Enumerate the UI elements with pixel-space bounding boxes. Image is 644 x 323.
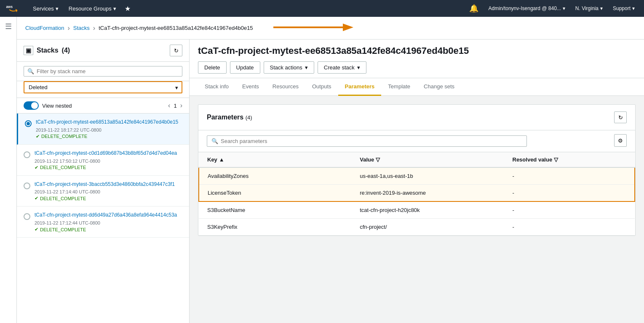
value-column-label: Value: [360, 156, 374, 163]
radio-empty-icon: [24, 151, 30, 158]
services-chevron-icon: ▾: [56, 5, 59, 12]
delete-button[interactable]: Delete: [198, 61, 227, 74]
stacks-collapse-icon[interactable]: ▣: [24, 46, 33, 55]
support-menu[interactable]: Support ▾: [609, 0, 639, 17]
param-key-cell: LicenseToken: [199, 185, 351, 202]
param-value-cell: tcat-cfn-project-h20jc80k: [351, 201, 504, 219]
stack-item-content: tCaT-cfn-project-mytest-ee68513a85a142fe…: [36, 119, 182, 139]
stack-date: 2019-11-22 17:14:40 UTC-0800: [35, 189, 182, 194]
pagination: ‹ 1 ›: [168, 102, 182, 109]
stack-actions-chevron-icon: ▾: [305, 64, 308, 71]
param-value-cell: us-east-1a,us-east-1b: [351, 167, 504, 185]
view-nested-label: View nested: [42, 103, 72, 109]
inner-layout: ▣ Stacks (4) ↻ 🔍: [17, 40, 644, 323]
prev-page-button[interactable]: ‹: [168, 102, 170, 109]
value-sort-icon: ▽: [376, 156, 380, 163]
tab-parameters[interactable]: Parameters: [338, 78, 382, 96]
params-table-row: S3BucketName tcat-cfn-project-h20jc80k -: [199, 201, 635, 219]
refresh-params-icon: ↻: [618, 114, 623, 121]
stack-list-item[interactable]: tCaT-cfn-project-mytest-dd6d49a27d6a436a…: [17, 207, 189, 238]
breadcrumb: CloudFormation › Stacks › tCaT-cfn-proje…: [17, 17, 644, 40]
params-table-body: AvailabilityZones us-east-1a,us-east-1b …: [199, 167, 635, 236]
status-check-icon: ✔: [36, 134, 40, 139]
update-button[interactable]: Update: [230, 61, 260, 74]
params-search-input[interactable]: [221, 138, 522, 144]
sidebar-toggle-button[interactable]: ☰: [0, 17, 17, 323]
stack-status: ✔ DELETE_COMPLETE: [35, 227, 182, 232]
svg-text:aws: aws: [6, 5, 13, 9]
stack-name: tCaT-cfn-project-mytest-c0d1d69b687b43b8…: [35, 150, 182, 157]
stack-list-item[interactable]: tCaT-cfn-project-mytest-3baccb553d3e4860…: [17, 176, 189, 207]
stack-status: ✔ DELETE_COMPLETE: [36, 134, 182, 139]
col-header-value[interactable]: Value ▽: [351, 152, 504, 167]
next-page-button[interactable]: ›: [180, 102, 182, 109]
left-panel-title: ▣ Stacks (4): [24, 46, 70, 55]
search-input-wrapper: 🔍: [24, 66, 182, 77]
params-settings-button[interactable]: ⚙: [614, 134, 627, 147]
view-nested-toggle[interactable]: [24, 101, 39, 110]
create-stack-button[interactable]: Create stack ▾: [318, 61, 366, 74]
nav-right-section: 🔔 Admin/tonynv-Isengard @ 840... ▾ N. Vi…: [465, 0, 639, 17]
param-value-cell: cfn-project/: [351, 219, 504, 236]
tab-template[interactable]: Template: [381, 78, 417, 96]
breadcrumb-cloudformation-link[interactable]: CloudFormation: [25, 25, 64, 31]
status-label: DELETE_COMPLETE: [40, 227, 86, 232]
radio-selected-icon: [25, 120, 32, 127]
refresh-stacks-button[interactable]: ↻: [170, 45, 182, 56]
resource-groups-menu[interactable]: Resource Groups ▾: [64, 0, 121, 17]
stack-name: tCaT-cfn-project-mytest-3baccb553d3e4860…: [35, 181, 182, 188]
key-column-label: Key: [207, 156, 217, 163]
param-resolved-cell: -: [504, 167, 635, 185]
stack-list-item[interactable]: tCaT-cfn-project-mytest-c0d1d69b687b43b8…: [17, 145, 189, 176]
stack-radio: [24, 213, 30, 220]
tab-resources[interactable]: Resources: [266, 78, 305, 96]
param-resolved-cell: -: [504, 201, 635, 219]
params-card-header: Parameters (4) ↻: [198, 105, 635, 130]
param-key-cell: S3KeyPrefix: [199, 219, 351, 236]
hamburger-icon: ☰: [5, 22, 12, 31]
favorites-icon[interactable]: ★: [121, 5, 134, 13]
create-stack-label: Create stack: [324, 64, 355, 71]
params-search-icon: 🔍: [211, 138, 218, 144]
param-key-cell: AvailabilityZones: [199, 167, 351, 185]
breadcrumb-sep-2: ›: [93, 24, 95, 32]
user-menu[interactable]: Admin/tonynv-Isengard @ 840... ▾: [484, 0, 569, 17]
tab-stack-info[interactable]: Stack info: [198, 78, 235, 96]
filter-select[interactable]: Deleted All Active Create complete Updat…: [24, 81, 182, 93]
resource-groups-chevron-icon: ▾: [113, 5, 116, 12]
breadcrumb-current: tCaT-cfn-project-mytest-ee68513a85a142fe…: [99, 25, 253, 31]
app-layout: ☰ CloudFormation › Stacks › tCaT-cfn-pro…: [0, 17, 644, 323]
tab-events[interactable]: Events: [235, 78, 266, 96]
tab-change-sets[interactable]: Change sets: [417, 78, 461, 96]
region-menu[interactable]: N. Virginia ▾: [571, 0, 607, 17]
tabs-bar: Stack infoEventsResourcesOutputsParamete…: [190, 78, 644, 96]
bell-icon[interactable]: 🔔: [465, 4, 483, 13]
params-table: Key ▲ Value ▽: [198, 152, 635, 236]
aws-logo[interactable]: aws: [5, 3, 21, 14]
search-input[interactable]: [37, 68, 179, 74]
params-count: (4): [246, 114, 252, 121]
params-search-wrap: 🔍 ⚙: [198, 130, 635, 152]
right-header: tCaT-cfn-project-mytest-ee68513a85a142fe…: [190, 40, 644, 78]
user-label: Admin/tonynv-Isengard @ 840...: [489, 5, 561, 11]
status-label: DELETE_COMPLETE: [41, 134, 87, 139]
col-header-resolved[interactable]: Resolved value ▽: [504, 152, 635, 167]
stack-item-content: tCaT-cfn-project-mytest-3baccb553d3e4860…: [35, 181, 182, 201]
param-value-cell: re:invent-2019-is-awesome: [351, 185, 504, 202]
stack-radio: [25, 120, 32, 127]
status-check-icon: ✔: [35, 165, 38, 170]
stack-radio: [24, 183, 30, 189]
breadcrumb-stacks-link[interactable]: Stacks: [73, 25, 90, 31]
stack-list-item[interactable]: tCaT-cfn-project-mytest-ee68513a85a142fe…: [17, 114, 189, 145]
page-title: tCaT-cfn-project-mytest-ee68513a85a142fe…: [198, 45, 636, 56]
col-header-key[interactable]: Key ▲: [199, 152, 351, 167]
refresh-params-button[interactable]: ↻: [614, 111, 627, 123]
tab-outputs[interactable]: Outputs: [305, 78, 338, 96]
services-menu[interactable]: Services ▾: [28, 0, 64, 17]
breadcrumb-arrow-annotation: [261, 21, 353, 35]
stack-actions-button[interactable]: Stack actions ▾: [264, 61, 314, 74]
search-icon: 🔍: [27, 68, 34, 74]
left-panel: ▣ Stacks (4) ↻ 🔍: [17, 40, 190, 323]
stack-name: tCaT-cfn-project-mytest-dd6d49a27d6a436a…: [35, 212, 182, 219]
params-table-row: AvailabilityZones us-east-1a,us-east-1b …: [199, 167, 635, 185]
